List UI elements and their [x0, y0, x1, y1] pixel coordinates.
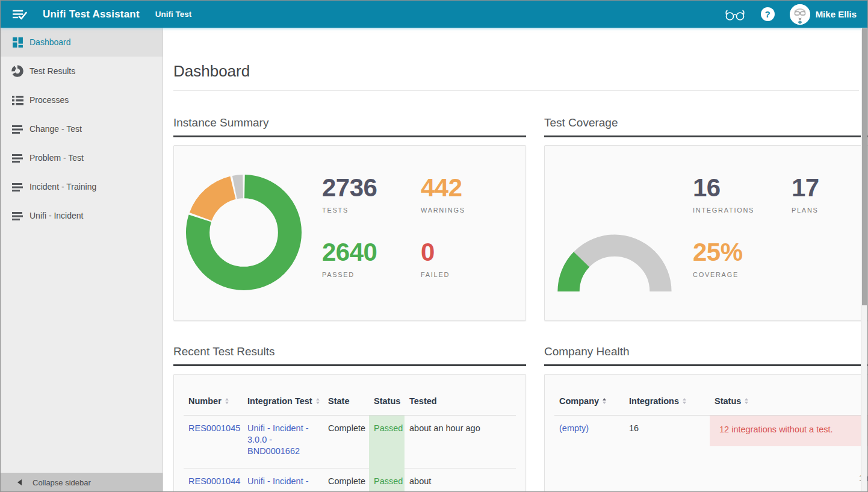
stat-value: 25% — [693, 239, 792, 266]
glasses-icon[interactable] — [724, 7, 746, 22]
recent-test-results-table: Number Integration Test State Status Tes… — [184, 381, 516, 492]
stat-value: 0 — [421, 239, 511, 266]
table-row: RES0001044 Unifi - Incident - Complete P… — [184, 469, 516, 492]
stat-value: 2736 — [322, 175, 421, 201]
sidebar-item-processes[interactable]: Processes — [1, 86, 163, 114]
company-health-table: Company Integrations Status (empty) 16 1… — [554, 381, 867, 446]
app-title: Unifi Test Assistant — [43, 8, 140, 20]
sidebar-item-dashboard[interactable]: Dashboard — [1, 28, 163, 57]
page-title: Dashboard — [173, 62, 859, 81]
lines-icon — [11, 123, 23, 135]
user-avatar — [790, 4, 810, 25]
company-health-section: Company Health Company Integrations Stat… — [544, 345, 867, 492]
section-title: Test Coverage — [544, 116, 867, 129]
stat-label: FAILED — [421, 271, 511, 278]
stat-value: 442 — [421, 175, 511, 201]
stat-value: 16 — [693, 175, 792, 201]
sort-icon — [225, 398, 229, 405]
test-coverage-stats: 16 INTEGRATIONS 17 PLANS 25% COVERAGE — [693, 173, 867, 320]
stat-label: COVERAGE — [693, 271, 792, 278]
header-actions: ? Mike Ellis — [724, 4, 857, 25]
stat-label: PASSED — [322, 271, 421, 278]
record-number-link[interactable]: RES0001044 — [188, 476, 240, 486]
column-header-status[interactable]: Status — [369, 381, 405, 416]
section-underline — [544, 364, 867, 366]
stat-integrations: 16 INTEGRATIONS — [693, 175, 792, 214]
help-icon[interactable]: ? — [761, 7, 775, 21]
stat-value: 17 — [792, 175, 867, 201]
status-cell: Passed — [369, 469, 405, 492]
vertical-scrollbar — [861, 28, 867, 491]
section-underline — [544, 135, 867, 137]
scrollbar-thumb[interactable] — [862, 28, 867, 305]
stat-label: TESTS — [322, 207, 421, 214]
status-cell: Passed — [369, 416, 405, 469]
test-coverage-gauge — [554, 173, 675, 320]
sort-icon — [683, 398, 686, 405]
instance-summary-donut — [184, 173, 304, 320]
column-header-state[interactable]: State — [323, 381, 369, 416]
top-header-bar: Unifi Test Assistant Unifi Test ? — [1, 1, 867, 28]
sidebar-item-label: Problem - Test — [29, 153, 84, 163]
table-header-row: Number Integration Test State Status Tes… — [184, 381, 516, 416]
stat-value: 2640 — [322, 239, 421, 266]
sidebar: Dashboard Test Results — [1, 28, 163, 492]
stat-label: WARNINGS — [421, 207, 511, 214]
tested-cell: about an hour ago — [405, 416, 516, 469]
lines-icon — [11, 210, 23, 222]
record-number-link[interactable]: RES0001045 — [188, 423, 240, 433]
sidebar-item-label: Unifi - Incident — [29, 211, 83, 220]
lines-icon — [11, 181, 23, 193]
table-header-row: Company Integrations Status — [554, 381, 867, 416]
section-title: Recent Test Results — [173, 345, 526, 358]
stat-tests: 2736 TESTS — [322, 175, 421, 214]
company-health-card: Company Integrations Status (empty) 16 1… — [544, 374, 867, 492]
column-header-integrations[interactable]: Integrations — [624, 381, 710, 416]
section-underline — [173, 135, 526, 137]
stat-coverage: 25% COVERAGE — [693, 239, 792, 278]
collapse-label: Collapse sidebar — [33, 478, 91, 487]
integration-test-link[interactable]: Unifi - Incident - 3.0.0 - BND0001662 — [247, 423, 309, 456]
sidebar-item-test-results[interactable]: Test Results — [1, 57, 163, 86]
tested-cell: about — [405, 469, 516, 492]
instance-summary-stats: 2736 TESTS 442 WARNINGS 2640 PASSED — [322, 173, 511, 320]
section-underline — [173, 364, 526, 366]
column-header-integration-test[interactable]: Integration Test — [243, 381, 323, 416]
section-title: Company Health — [544, 345, 867, 358]
integrations-cell: 16 — [624, 416, 710, 447]
sidebar-item-label: Change - Test — [29, 124, 82, 134]
stat-passed: 2640 PASSED — [322, 239, 421, 278]
column-header-number[interactable]: Number — [184, 381, 243, 416]
sidebar-item-problem-test[interactable]: Problem - Test — [1, 143, 163, 172]
donut-chart-icon — [11, 65, 23, 77]
sidebar-item-change-test[interactable]: Change - Test — [1, 114, 163, 143]
stat-label: PLANS — [792, 207, 867, 214]
column-header-tested[interactable]: Tested — [405, 381, 516, 416]
state-cell: Complete — [323, 469, 369, 492]
sort-icon — [745, 398, 748, 405]
user-menu[interactable]: Mike Ellis — [790, 4, 857, 25]
sidebar-item-unifi-incident[interactable]: Unifi - Incident — [1, 201, 163, 230]
menu-check-icon[interactable] — [13, 8, 29, 21]
integration-test-link[interactable]: Unifi - Incident - — [247, 476, 309, 486]
sidebar-item-incident-training[interactable]: Incident - Training — [1, 172, 163, 201]
user-name: Mike Ellis — [816, 9, 857, 19]
instance-summary-card: 2736 TESTS 442 WARNINGS 2640 PASSED — [173, 145, 526, 321]
recent-test-results-card: Number Integration Test State Status Tes… — [173, 374, 526, 492]
table-row: RES0001045 Unifi - Incident - 3.0.0 - BN… — [184, 416, 516, 469]
company-link[interactable]: (empty) — [559, 423, 589, 433]
sidebar-item-label: Incident - Training — [29, 182, 96, 192]
collapse-sidebar-button[interactable]: Collapse sidebar — [1, 473, 163, 492]
title-divider — [173, 90, 859, 91]
state-cell: Complete — [323, 416, 369, 469]
list-icon — [11, 94, 23, 106]
column-header-company[interactable]: Company — [554, 381, 624, 416]
stat-warnings: 442 WARNINGS — [421, 175, 511, 214]
column-header-status[interactable]: Status — [710, 381, 867, 416]
recent-test-results-section: Recent Test Results Number Integration T… — [173, 345, 526, 492]
lines-icon — [11, 152, 23, 164]
stat-failed: 0 FAILED — [421, 239, 511, 278]
collapse-arrow-icon — [17, 479, 22, 485]
section-title: Instance Summary — [173, 116, 526, 129]
sidebar-item-label: Processes — [29, 95, 69, 105]
